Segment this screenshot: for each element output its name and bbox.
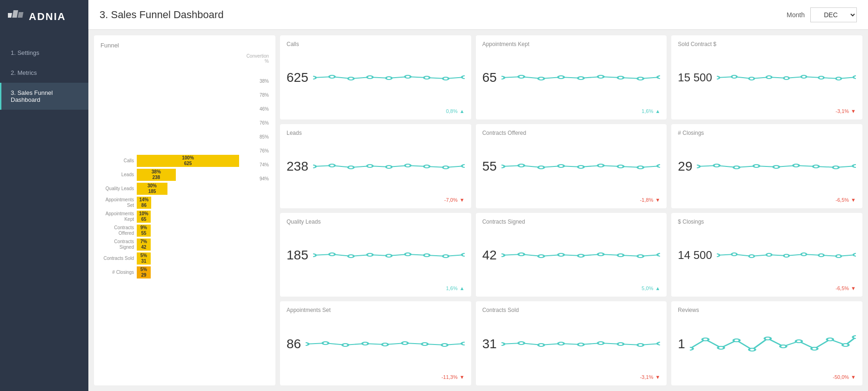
svg-point-30 [313, 165, 316, 168]
kpi-footer: -6,5%▼ [678, 285, 856, 291]
month-select[interactable]: DEC JAN FEB MAR APR MAY JUN JUL AUG SEP … [810, 7, 857, 22]
kpi-sparkline [501, 335, 661, 353]
svg-point-68 [538, 255, 544, 258]
kpi-sparkline [717, 246, 856, 265]
svg-point-102 [690, 347, 693, 350]
svg-point-106 [749, 348, 755, 351]
trend-value: -3,1% [640, 374, 654, 380]
svg-point-99 [618, 343, 624, 345]
kpi-title: Calls [287, 41, 465, 47]
kpi-title: Leads [287, 130, 465, 136]
svg-point-77 [749, 255, 754, 258]
svg-point-24 [766, 76, 771, 79]
sidebar-item-settings[interactable]: 1. Settings [0, 43, 88, 63]
trend-value: -50,0% [833, 374, 849, 380]
svg-point-100 [637, 344, 643, 346]
svg-point-78 [766, 253, 771, 256]
svg-point-10 [443, 77, 448, 80]
month-label: Month [787, 11, 805, 19]
kpi-footer: 0,8%▲ [287, 108, 465, 114]
kpi-value: 625 [287, 71, 308, 84]
svg-point-26 [801, 75, 806, 78]
kpi-sparkline [313, 157, 465, 176]
header: 3. Sales Funnel Dashboard Month DEC JAN … [88, 0, 868, 30]
svg-point-15 [558, 76, 564, 79]
conversion-label: Convertion % [245, 53, 269, 64]
kpi-body: 625 [287, 49, 465, 106]
kpi-body: 42 [482, 227, 661, 284]
svg-point-50 [734, 166, 740, 169]
sidebar-item-metrics[interactable]: 2. Metrics [0, 63, 88, 83]
trend-arrow: ▲ [460, 108, 465, 114]
funnel-row: Contracts Sold5%31 [100, 252, 241, 265]
svg-point-75 [717, 254, 720, 257]
svg-point-39 [501, 165, 504, 168]
svg-point-53 [794, 164, 800, 167]
funnel-bar: 30%185 [137, 183, 167, 195]
svg-point-112 [842, 344, 848, 346]
funnel-row-label: # Closings [100, 270, 134, 275]
sidebar-logo: ADNIA [0, 0, 88, 33]
kpi-value: 42 [482, 249, 497, 262]
svg-point-41 [538, 166, 544, 169]
svg-point-22 [732, 75, 737, 78]
funnel-bar-wrap: 30%185 [137, 183, 241, 195]
kpi-body: 29 [678, 138, 856, 195]
trend-value: -7,0% [444, 197, 458, 203]
kpi-sparkline [697, 157, 856, 176]
kpi-sparkline [306, 335, 465, 353]
kpi-footer: -50,0%▼ [678, 374, 856, 380]
funnel-bar-wrap: 5%31 [137, 252, 241, 265]
svg-point-79 [784, 254, 789, 257]
svg-point-84 [306, 343, 308, 345]
kpi-title: # Closings [678, 130, 856, 136]
svg-point-13 [518, 75, 524, 78]
funnel-row: Appointments Kept10%65 [100, 211, 241, 223]
funnel-row-label: Leads [100, 172, 134, 178]
kpi-body: 14 500 [678, 227, 856, 284]
sidebar-item-sales-funnel[interactable]: 3. Sales Funnel Dashboard [0, 83, 88, 110]
kpi-title: Appointments Set [287, 307, 465, 313]
svg-point-108 [780, 345, 786, 348]
svg-point-54 [813, 165, 819, 168]
svg-point-8 [405, 75, 410, 78]
svg-point-111 [827, 338, 833, 341]
svg-point-86 [342, 344, 348, 346]
sidebar-nav: 1. Settings 2. Metrics 3. Sales Funnel D… [0, 43, 88, 110]
svg-point-32 [348, 166, 354, 169]
svg-point-56 [853, 165, 856, 167]
svg-rect-0 [8, 13, 12, 18]
kpi-body: 15 500 [678, 49, 856, 106]
trend-arrow: ▼ [851, 197, 856, 203]
kpi-title: Reviews [678, 307, 856, 313]
svg-point-83 [853, 253, 856, 256]
conv-label: 46% [245, 102, 269, 116]
svg-point-42 [558, 165, 564, 167]
svg-point-33 [367, 165, 373, 167]
svg-point-96 [558, 342, 564, 345]
svg-point-51 [754, 165, 760, 167]
svg-point-9 [424, 76, 429, 79]
svg-point-61 [386, 254, 392, 257]
svg-point-94 [518, 342, 524, 345]
svg-point-18 [618, 76, 624, 79]
svg-point-16 [578, 77, 584, 80]
conv-label: 76% [245, 116, 269, 130]
svg-point-80 [801, 253, 806, 256]
svg-point-71 [598, 253, 604, 256]
kpi-body: 1 [678, 315, 856, 372]
funnel-row: Calls100%625 [100, 155, 241, 167]
svg-point-5 [348, 77, 354, 80]
sidebar: ADNIA 1. Settings 2. Metrics 3. Sales Fu… [0, 0, 88, 391]
svg-point-98 [598, 342, 604, 345]
kpi-card-leads: Leads238-7,0%▼ [280, 124, 471, 208]
svg-point-105 [734, 339, 740, 342]
kpi-title: Quality Leads [287, 219, 465, 225]
trend-arrow: ▼ [851, 285, 856, 291]
kpi-sparkline [717, 68, 856, 87]
funnel-bars: Calls100%625Leads38%238Quality Leads30%1… [100, 53, 245, 379]
svg-point-110 [811, 347, 817, 350]
kpi-body: 65 [482, 49, 661, 106]
kpi-card-num-closings: # Closings29-6,5%▼ [671, 124, 862, 208]
funnel-bar: 5%29 [137, 266, 151, 278]
